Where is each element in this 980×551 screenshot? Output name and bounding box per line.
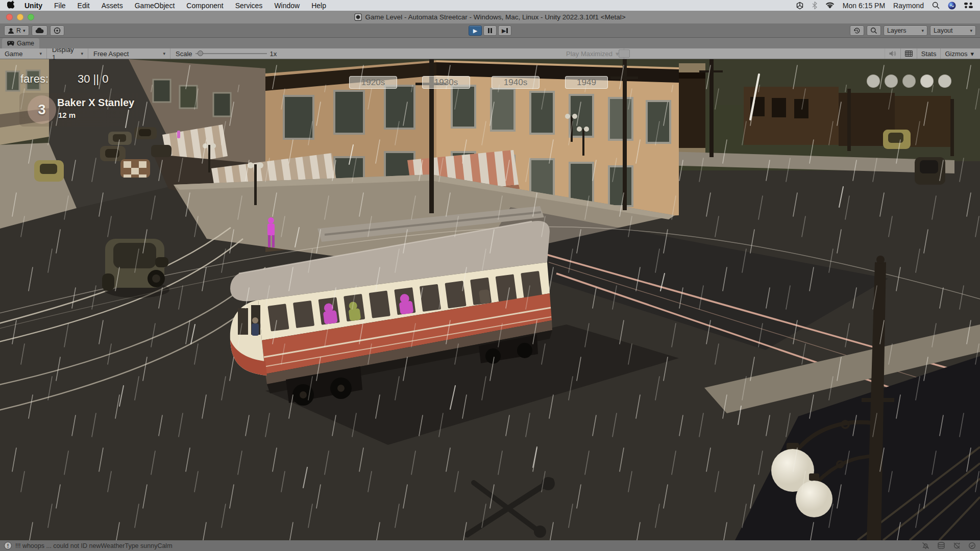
chevron-down-icon: ▾ bbox=[39, 51, 42, 56]
bluetooth-icon[interactable] bbox=[812, 2, 817, 9]
step-icon: ▶ bbox=[502, 28, 508, 34]
game-view-extra-button[interactable] bbox=[619, 49, 630, 58]
game-mode-label: Game bbox=[5, 50, 22, 58]
unity-toolbar: R ▾ ▶ ▶ La bbox=[0, 23, 980, 38]
version-control-button[interactable] bbox=[50, 26, 64, 36]
game-scene bbox=[0, 59, 980, 540]
chevron-down-icon: ▾ bbox=[163, 51, 165, 56]
menu-assets[interactable]: Assets bbox=[102, 2, 123, 10]
menu-services[interactable]: Services bbox=[235, 2, 263, 10]
unity-window-titlebar: Game Level - Automata Streetcar - Window… bbox=[0, 11, 980, 23]
hud-fares-label: fares: bbox=[20, 72, 48, 86]
window-controls bbox=[6, 14, 34, 20]
era-button-1949[interactable]: 1949 bbox=[565, 76, 608, 89]
hud-dot bbox=[902, 74, 916, 88]
hud-stop-distance: 12 m bbox=[58, 111, 76, 119]
era-button-1930s[interactable]: 1930s bbox=[422, 76, 470, 89]
window-title-wrap: Game Level - Automata Streetcar - Window… bbox=[354, 13, 625, 21]
auto-refresh-off-icon[interactable] bbox=[953, 542, 961, 549]
chevron-down-icon: ▾ bbox=[81, 51, 83, 56]
cache-server-icon[interactable] bbox=[937, 542, 945, 549]
cloud-icon bbox=[35, 28, 44, 34]
layout-dropdown[interactable]: Layout ▾ bbox=[930, 26, 976, 36]
search-icon bbox=[870, 27, 877, 34]
apple-menu-icon[interactable] bbox=[7, 1, 14, 10]
play-maximized-dropdown[interactable]: Play Maximized ▾ bbox=[561, 48, 624, 59]
hud-dot bbox=[938, 74, 951, 88]
scale-label: Scale bbox=[176, 50, 192, 58]
chevron-down-icon: ▾ bbox=[23, 28, 26, 33]
siri-icon[interactable] bbox=[948, 2, 956, 10]
chevron-down-icon: ▾ bbox=[970, 50, 974, 58]
hud-fares-value: 30 || 0 bbox=[78, 72, 108, 86]
display-dropdown[interactable]: Display 1 ▾ bbox=[47, 48, 88, 59]
gizmos-label: Gizmos bbox=[945, 50, 967, 58]
mute-audio-button[interactable] bbox=[885, 48, 900, 59]
menubar-user[interactable]: Raymond bbox=[893, 2, 924, 10]
history-icon bbox=[853, 27, 861, 34]
menu-unity[interactable]: Unity bbox=[24, 2, 42, 10]
hud-indicator-dots bbox=[867, 74, 951, 88]
control-center-icon[interactable] bbox=[964, 2, 973, 9]
speaker-icon bbox=[889, 51, 896, 57]
layout-label: Layout bbox=[934, 27, 953, 34]
play-button[interactable]: ▶ bbox=[469, 26, 482, 36]
scale-slider-handle[interactable] bbox=[198, 51, 203, 56]
status-message[interactable]: !!! whoops ... could not ID newWeatherTy… bbox=[15, 542, 173, 549]
menu-edit[interactable]: Edit bbox=[78, 2, 90, 10]
gizmos-dropdown[interactable]: Gizmos ▾ bbox=[940, 48, 978, 59]
unity-status-icon[interactable] bbox=[796, 2, 804, 10]
chevron-down-icon: ▾ bbox=[970, 28, 972, 33]
hud-dot bbox=[867, 74, 880, 88]
person-icon bbox=[8, 28, 14, 34]
era-button-1940s[interactable]: 1940s bbox=[492, 76, 540, 89]
menu-file[interactable]: File bbox=[54, 2, 66, 10]
gamepad-icon bbox=[7, 41, 14, 46]
minimize-window-button[interactable] bbox=[17, 14, 23, 20]
pause-icon bbox=[488, 28, 492, 33]
editor-tab-strip: Game bbox=[0, 38, 980, 48]
game-view-toolbar: Game ▾ Display 1 ▾ Free Aspect ▾ Scale 1… bbox=[0, 48, 980, 59]
close-window-button[interactable] bbox=[6, 14, 13, 20]
search-button[interactable] bbox=[867, 26, 881, 36]
rain bbox=[0, 59, 980, 540]
menubar-clock[interactable]: Mon 6:15 PM bbox=[843, 2, 885, 10]
hud-stop-name: Baker X Stanley bbox=[57, 97, 134, 109]
unity-doc-icon bbox=[354, 13, 362, 21]
menu-component[interactable]: Component bbox=[186, 2, 223, 10]
era-button-1920s[interactable]: 1920s bbox=[349, 76, 397, 89]
aspect-dropdown[interactable]: Free Aspect ▾ bbox=[89, 48, 170, 59]
scale-control: Scale 1x bbox=[171, 48, 293, 59]
account-button[interactable]: R ▾ bbox=[4, 26, 29, 36]
progress-check-icon[interactable] bbox=[968, 542, 976, 549]
frame-debug-button[interactable] bbox=[900, 48, 917, 59]
tab-game-label: Game bbox=[17, 40, 34, 47]
zoom-window-button[interactable] bbox=[28, 14, 34, 20]
notifications-muted-icon[interactable] bbox=[922, 542, 929, 549]
stats-label: Stats bbox=[921, 50, 937, 58]
layers-dropdown[interactable]: Layers ▾ bbox=[884, 26, 927, 36]
aspect-label: Free Aspect bbox=[93, 50, 129, 58]
play-controls: ▶ ▶ bbox=[469, 26, 511, 36]
warning-icon: ! bbox=[4, 542, 12, 549]
menu-window[interactable]: Window bbox=[274, 2, 300, 10]
step-button[interactable]: ▶ bbox=[498, 26, 511, 36]
pause-button[interactable] bbox=[483, 26, 497, 36]
editor-status-bar: ! !!! whoops ... could not ID newWeather… bbox=[0, 540, 980, 551]
undo-history-button[interactable] bbox=[850, 26, 864, 36]
play-icon: ▶ bbox=[473, 28, 477, 34]
spotlight-search-icon[interactable] bbox=[932, 2, 940, 9]
game-mode-dropdown[interactable]: Game ▾ bbox=[0, 48, 47, 59]
window-title: Game Level - Automata Streetcar - Window… bbox=[365, 13, 625, 21]
hud-stop-number-badge: 3 bbox=[28, 95, 56, 124]
wifi-icon[interactable] bbox=[825, 2, 835, 9]
layers-label: Layers bbox=[887, 27, 906, 34]
cloud-services-button[interactable] bbox=[32, 26, 47, 36]
scale-value: 1x bbox=[270, 50, 277, 58]
scale-slider[interactable] bbox=[195, 53, 267, 54]
game-viewport[interactable]: fares: 30 || 0 3 Baker X Stanley 12 m 19… bbox=[0, 59, 980, 540]
tab-game[interactable]: Game bbox=[2, 38, 39, 48]
stats-toggle[interactable]: Stats bbox=[917, 48, 941, 59]
menu-help[interactable]: Help bbox=[311, 2, 326, 10]
menu-gameobject[interactable]: GameObject bbox=[135, 2, 175, 10]
